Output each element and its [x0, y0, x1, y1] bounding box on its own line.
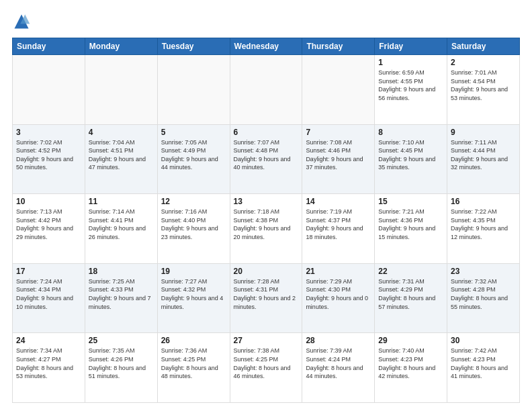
day-info: Sunrise: 7:07 AM Sunset: 4:48 PM Dayligh… — [234, 138, 299, 172]
weekday-header-thursday: Thursday — [302, 38, 375, 55]
day-info: Sunrise: 7:11 AM Sunset: 4:44 PM Dayligh… — [451, 138, 516, 172]
weekday-header-friday: Friday — [375, 38, 447, 55]
day-number: 6 — [234, 128, 299, 137]
calendar-cell: 6Sunrise: 7:07 AM Sunset: 4:48 PM Daylig… — [230, 124, 302, 194]
day-info: Sunrise: 7:08 AM Sunset: 4:46 PM Dayligh… — [306, 138, 371, 172]
day-number: 13 — [234, 197, 299, 206]
week-row-3: 10Sunrise: 7:13 AM Sunset: 4:42 PM Dayli… — [13, 194, 520, 264]
day-number: 26 — [161, 336, 226, 345]
day-info: Sunrise: 7:28 AM Sunset: 4:31 PM Dayligh… — [234, 277, 299, 311]
day-info: Sunrise: 7:18 AM Sunset: 4:38 PM Dayligh… — [234, 208, 299, 241]
header — [12, 12, 520, 31]
weekday-header-wednesday: Wednesday — [230, 38, 302, 55]
day-info: Sunrise: 7:35 AM Sunset: 4:26 PM Dayligh… — [89, 347, 154, 380]
calendar-cell: 5Sunrise: 7:05 AM Sunset: 4:49 PM Daylig… — [157, 124, 230, 194]
day-number: 7 — [306, 128, 371, 137]
day-number: 27 — [234, 336, 299, 345]
calendar-cell: 16Sunrise: 7:22 AM Sunset: 4:35 PM Dayli… — [447, 194, 520, 264]
day-info: Sunrise: 7:34 AM Sunset: 4:27 PM Dayligh… — [16, 347, 81, 380]
day-info: Sunrise: 7:13 AM Sunset: 4:42 PM Dayligh… — [16, 208, 81, 241]
weekday-header-sunday: Sunday — [13, 38, 85, 55]
weekday-header-row: SundayMondayTuesdayWednesdayThursdayFrid… — [13, 38, 520, 55]
calendar-cell: 10Sunrise: 7:13 AM Sunset: 4:42 PM Dayli… — [13, 194, 85, 264]
day-number: 19 — [161, 267, 226, 276]
calendar-cell: 15Sunrise: 7:21 AM Sunset: 4:36 PM Dayli… — [375, 194, 447, 264]
day-number: 12 — [161, 197, 226, 206]
day-info: Sunrise: 7:16 AM Sunset: 4:40 PM Dayligh… — [161, 208, 226, 241]
day-info: Sunrise: 7:25 AM Sunset: 4:33 PM Dayligh… — [89, 277, 154, 311]
day-info: Sunrise: 7:29 AM Sunset: 4:30 PM Dayligh… — [306, 277, 371, 311]
day-info: Sunrise: 7:01 AM Sunset: 4:54 PM Dayligh… — [451, 68, 516, 102]
week-row-4: 17Sunrise: 7:24 AM Sunset: 4:34 PM Dayli… — [13, 263, 520, 333]
day-info: Sunrise: 7:31 AM Sunset: 4:29 PM Dayligh… — [378, 277, 443, 311]
day-number: 18 — [89, 267, 154, 276]
day-number: 10 — [16, 197, 81, 206]
calendar-cell: 29Sunrise: 7:40 AM Sunset: 4:23 PM Dayli… — [375, 333, 447, 403]
calendar-cell: 12Sunrise: 7:16 AM Sunset: 4:40 PM Dayli… — [157, 194, 230, 264]
weekday-header-tuesday: Tuesday — [157, 38, 230, 55]
week-row-2: 3Sunrise: 7:02 AM Sunset: 4:52 PM Daylig… — [13, 124, 520, 194]
calendar-cell: 8Sunrise: 7:10 AM Sunset: 4:45 PM Daylig… — [375, 124, 447, 194]
calendar-cell: 7Sunrise: 7:08 AM Sunset: 4:46 PM Daylig… — [302, 124, 375, 194]
day-number: 9 — [451, 128, 516, 137]
weekday-header-saturday: Saturday — [447, 38, 520, 55]
day-info: Sunrise: 7:22 AM Sunset: 4:35 PM Dayligh… — [451, 208, 516, 241]
calendar-cell: 11Sunrise: 7:14 AM Sunset: 4:41 PM Dayli… — [85, 194, 157, 264]
weekday-header-monday: Monday — [85, 38, 157, 55]
day-number: 21 — [306, 267, 371, 276]
day-number: 3 — [16, 128, 81, 137]
calendar-cell: 27Sunrise: 7:38 AM Sunset: 4:25 PM Dayli… — [230, 333, 302, 403]
logo — [12, 12, 34, 31]
calendar-cell — [157, 55, 230, 125]
calendar-cell: 28Sunrise: 7:39 AM Sunset: 4:24 PM Dayli… — [302, 333, 375, 403]
calendar-cell: 13Sunrise: 7:18 AM Sunset: 4:38 PM Dayli… — [230, 194, 302, 264]
day-info: Sunrise: 7:24 AM Sunset: 4:34 PM Dayligh… — [16, 277, 81, 311]
calendar-cell: 19Sunrise: 7:27 AM Sunset: 4:32 PM Dayli… — [157, 263, 230, 333]
logo-icon — [12, 12, 31, 31]
week-row-1: 1Sunrise: 6:59 AM Sunset: 4:55 PM Daylig… — [13, 55, 520, 125]
calendar-cell: 1Sunrise: 6:59 AM Sunset: 4:55 PM Daylig… — [375, 55, 447, 125]
day-number: 15 — [378, 197, 443, 206]
day-info: Sunrise: 7:14 AM Sunset: 4:41 PM Dayligh… — [89, 208, 154, 241]
day-info: Sunrise: 7:27 AM Sunset: 4:32 PM Dayligh… — [161, 277, 226, 311]
calendar-cell: 9Sunrise: 7:11 AM Sunset: 4:44 PM Daylig… — [447, 124, 520, 194]
calendar-cell: 18Sunrise: 7:25 AM Sunset: 4:33 PM Dayli… — [85, 263, 157, 333]
day-info: Sunrise: 7:36 AM Sunset: 4:25 PM Dayligh… — [161, 347, 226, 380]
day-number: 30 — [451, 336, 516, 345]
day-info: Sunrise: 7:04 AM Sunset: 4:51 PM Dayligh… — [89, 138, 154, 172]
day-info: Sunrise: 6:59 AM Sunset: 4:55 PM Dayligh… — [378, 68, 443, 102]
day-number: 25 — [89, 336, 154, 345]
calendar-cell: 24Sunrise: 7:34 AM Sunset: 4:27 PM Dayli… — [13, 333, 85, 403]
page: SundayMondayTuesdayWednesdayThursdayFrid… — [0, 0, 532, 411]
calendar-cell: 30Sunrise: 7:42 AM Sunset: 4:23 PM Dayli… — [447, 333, 520, 403]
calendar-cell — [13, 55, 85, 125]
calendar-cell: 17Sunrise: 7:24 AM Sunset: 4:34 PM Dayli… — [13, 263, 85, 333]
week-row-5: 24Sunrise: 7:34 AM Sunset: 4:27 PM Dayli… — [13, 333, 520, 403]
calendar-cell — [85, 55, 157, 125]
calendar-cell: 2Sunrise: 7:01 AM Sunset: 4:54 PM Daylig… — [447, 55, 520, 125]
day-info: Sunrise: 7:38 AM Sunset: 4:25 PM Dayligh… — [234, 347, 299, 380]
calendar-cell: 4Sunrise: 7:04 AM Sunset: 4:51 PM Daylig… — [85, 124, 157, 194]
day-number: 22 — [378, 267, 443, 276]
day-number: 8 — [378, 128, 443, 137]
day-number: 5 — [161, 128, 226, 137]
day-number: 20 — [234, 267, 299, 276]
calendar-cell — [230, 55, 302, 125]
calendar-cell: 26Sunrise: 7:36 AM Sunset: 4:25 PM Dayli… — [157, 333, 230, 403]
day-info: Sunrise: 7:05 AM Sunset: 4:49 PM Dayligh… — [161, 138, 226, 172]
calendar-cell: 14Sunrise: 7:19 AM Sunset: 4:37 PM Dayli… — [302, 194, 375, 264]
day-number: 23 — [451, 267, 516, 276]
day-number: 24 — [16, 336, 81, 345]
day-number: 17 — [16, 267, 81, 276]
day-number: 14 — [306, 197, 371, 206]
day-info: Sunrise: 7:42 AM Sunset: 4:23 PM Dayligh… — [451, 347, 516, 380]
calendar-cell: 20Sunrise: 7:28 AM Sunset: 4:31 PM Dayli… — [230, 263, 302, 333]
day-info: Sunrise: 7:32 AM Sunset: 4:28 PM Dayligh… — [451, 277, 516, 311]
calendar-cell — [302, 55, 375, 125]
day-info: Sunrise: 7:19 AM Sunset: 4:37 PM Dayligh… — [306, 208, 371, 241]
day-number: 4 — [89, 128, 154, 137]
calendar-cell: 25Sunrise: 7:35 AM Sunset: 4:26 PM Dayli… — [85, 333, 157, 403]
day-info: Sunrise: 7:39 AM Sunset: 4:24 PM Dayligh… — [306, 347, 371, 380]
calendar-cell: 3Sunrise: 7:02 AM Sunset: 4:52 PM Daylig… — [13, 124, 85, 194]
calendar-cell: 21Sunrise: 7:29 AM Sunset: 4:30 PM Dayli… — [302, 263, 375, 333]
